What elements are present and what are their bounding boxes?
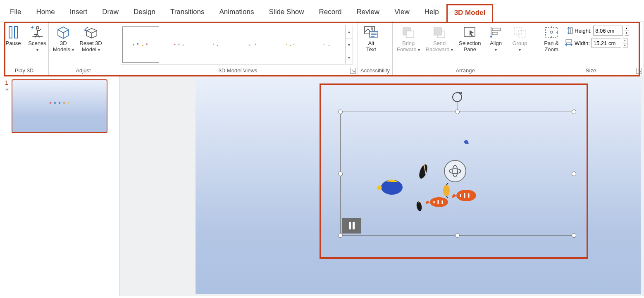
view-3[interactable] <box>198 25 234 64</box>
3d-models-button[interactable]: 3D Models ▾ <box>51 23 76 55</box>
reset-3d-button[interactable]: Reset 3D Model ▾ <box>78 23 104 55</box>
gallery-more[interactable]: ▾ <box>346 51 353 64</box>
svg-rect-29 <box>514 27 522 35</box>
svg-point-39 <box>381 180 403 195</box>
send-backward-button[interactable]: Send Backward ▾ <box>424 23 455 55</box>
selection-pane-label: Selection Pane <box>459 41 481 53</box>
svg-point-40 <box>443 185 450 196</box>
svg-point-32 <box>550 31 553 33</box>
cube-icon <box>56 25 71 40</box>
group-size: Pan & Zoom Height: ▴▾ Width: ▴▾ Size ↘ <box>538 21 644 75</box>
tab-slideshow[interactable]: Slide Show <box>262 4 312 21</box>
bring-forward-button[interactable]: Bring Forward ▾ <box>395 23 422 55</box>
view-6[interactable] <box>308 25 345 64</box>
align-button[interactable]: Align▾ <box>485 23 507 55</box>
views-launcher[interactable]: ↘ <box>350 68 356 74</box>
svg-point-17 <box>324 44 325 45</box>
gallery-down[interactable]: ▾ <box>346 38 353 52</box>
pause-icon <box>6 25 21 40</box>
width-label: Width: <box>575 40 590 46</box>
views-gallery[interactable]: ▴ ▾ ▾ <box>121 25 353 64</box>
align-icon <box>489 25 503 40</box>
tab-design[interactable]: Design <box>126 4 163 21</box>
view-2[interactable] <box>160 25 197 64</box>
svg-point-3 <box>133 44 134 45</box>
slide-pause-button[interactable] <box>342 218 361 234</box>
tab-file[interactable]: File <box>2 4 29 21</box>
slide-number: 1 <box>5 79 9 86</box>
height-input[interactable] <box>593 26 623 36</box>
gallery-up[interactable]: ▴ <box>346 25 353 38</box>
reset-cube-icon <box>83 25 98 40</box>
height-spinner[interactable]: ▴▾ <box>625 26 629 36</box>
ribbon: Pause Scenes ▾ Play 3D 3D Models ▾ <box>0 21 644 75</box>
tab-3dmodel[interactable]: 3D Model <box>446 4 494 22</box>
tab-draw[interactable]: Draw <box>95 4 126 21</box>
fish-3d-model <box>341 112 575 236</box>
pause-button[interactable]: Pause <box>2 23 24 48</box>
bring-forward-label: Bring Forward ▾ <box>397 41 420 53</box>
svg-point-8 <box>178 44 179 45</box>
svg-point-15 <box>290 45 291 46</box>
view-5[interactable] <box>271 25 308 64</box>
svg-point-6 <box>146 43 148 45</box>
svg-point-13 <box>255 44 256 45</box>
width-input[interactable] <box>592 38 621 48</box>
pan-zoom-icon <box>544 25 559 40</box>
view-1[interactable] <box>122 26 159 63</box>
slide-1-thumbnail[interactable] <box>12 79 107 133</box>
tab-review[interactable]: Review <box>349 4 387 21</box>
tab-animations[interactable]: Animations <box>212 4 261 21</box>
run-icon <box>30 25 45 40</box>
height-icon <box>565 26 573 35</box>
alt-text-button[interactable]: Alt Text <box>360 23 382 55</box>
tab-record[interactable]: Record <box>312 4 349 21</box>
slide-canvas-area[interactable] <box>120 75 644 296</box>
svg-point-43 <box>416 201 422 212</box>
alt-text-icon <box>364 25 379 40</box>
group-icon <box>513 25 527 40</box>
selection-box[interactable] <box>340 112 574 236</box>
svg-point-11 <box>217 45 218 46</box>
svg-point-5 <box>142 45 143 46</box>
group-views-label: 3D Model Views <box>121 66 355 74</box>
group-button[interactable]: Group▾ <box>509 23 531 55</box>
svg-point-4 <box>137 43 138 45</box>
send-backward-label: Send Backward ▾ <box>426 41 453 53</box>
bring-forward-icon <box>401 25 416 40</box>
view-4[interactable] <box>234 25 271 64</box>
3d-models-label: 3D Models ▾ <box>53 41 74 53</box>
reset-3d-label: Reset 3D Model ▾ <box>80 41 102 53</box>
send-backward-icon <box>432 25 447 40</box>
svg-rect-1 <box>14 26 17 38</box>
group-play3d: Pause Scenes ▾ Play 3D <box>0 21 49 75</box>
group-views: ▴ ▾ ▾ 3D Model Views ↘ <box>118 21 358 75</box>
group-adjust-label: Adjust <box>51 66 115 74</box>
tab-insert[interactable]: Insert <box>62 4 95 21</box>
svg-rect-33 <box>570 28 572 33</box>
menu-bar: File Home Insert Draw Design Transitions… <box>0 0 644 21</box>
svg-rect-27 <box>492 28 501 31</box>
tab-help[interactable]: Help <box>417 4 446 21</box>
tab-view[interactable]: View <box>387 4 417 21</box>
svg-rect-44 <box>349 222 351 229</box>
animation-indicator-icon: ✶ <box>5 87 9 93</box>
pan-zoom-button[interactable]: Pan & Zoom <box>541 23 562 55</box>
svg-rect-31 <box>546 27 557 37</box>
tab-transitions[interactable]: Transitions <box>163 4 212 21</box>
group-arrange-label: Arrange <box>395 66 535 74</box>
width-spinner[interactable]: ▴▾ <box>623 38 627 48</box>
svg-point-20 <box>371 28 373 29</box>
slide[interactable] <box>196 78 641 294</box>
height-label: Height: <box>575 28 592 34</box>
svg-rect-28 <box>492 32 497 35</box>
svg-rect-30 <box>518 31 526 37</box>
size-launcher[interactable]: ↘ <box>636 68 642 74</box>
tab-home[interactable]: Home <box>29 4 62 21</box>
group-arrange: Bring Forward ▾ Send Backward ▾ Selectio… <box>393 21 538 75</box>
selection-pane-button[interactable]: Selection Pane <box>457 23 482 55</box>
scenes-button[interactable]: Scenes ▾ <box>26 23 48 55</box>
svg-point-2 <box>36 26 39 29</box>
rotation-handle[interactable] <box>451 91 463 103</box>
size-inputs: Height: ▴▾ Width: ▴▾ <box>565 26 629 48</box>
